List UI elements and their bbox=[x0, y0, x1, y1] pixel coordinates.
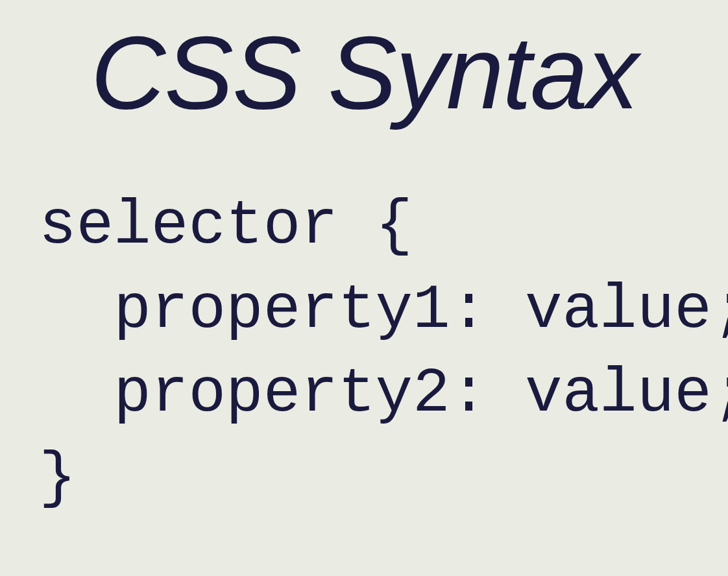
code-line-3: property2: value; bbox=[39, 359, 728, 429]
code-example: selector { property1: value; property2: … bbox=[0, 184, 728, 520]
slide-title: CSS Syntax bbox=[0, 13, 728, 132]
code-line-2: property1: value; bbox=[39, 275, 728, 346]
code-line-1: selector { bbox=[39, 191, 413, 261]
code-line-4: } bbox=[39, 443, 77, 514]
